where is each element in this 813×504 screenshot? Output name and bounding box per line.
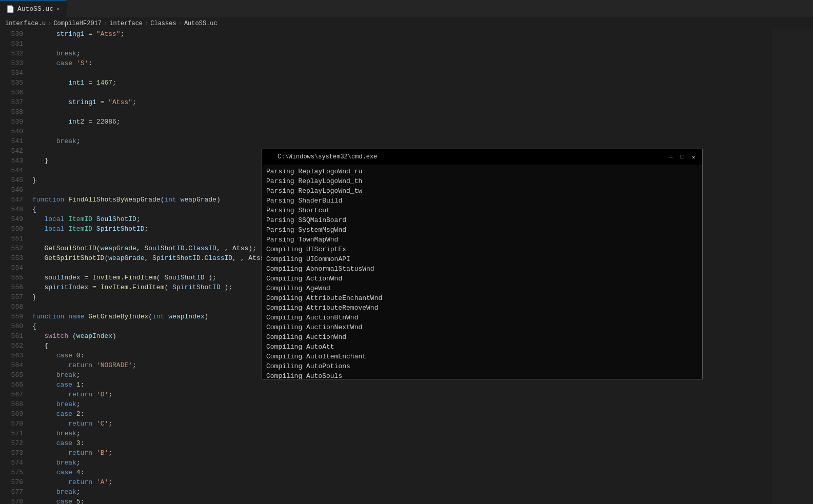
line-number: 551 [0, 234, 23, 244]
line-number: 532 [0, 49, 23, 58]
code-line [32, 107, 772, 117]
line-number: 546 [0, 185, 23, 195]
line-number: 561 [0, 331, 23, 341]
cmd-line: Parsing ReplayLogoWnd_tw [266, 186, 698, 196]
cmd-titlebar: 🖥 C:\Windows\system32\cmd.exe — □ ✕ [262, 149, 702, 165]
code-line: case 2: [32, 409, 772, 419]
line-number: 547 [0, 195, 23, 205]
line-number: 554 [0, 263, 23, 273]
code-line: break; [32, 458, 772, 468]
line-number: 530 [0, 29, 23, 39]
code-line: case 3: [32, 438, 772, 448]
breadcrumb: interface.u › CompileHF2017 › interface … [0, 18, 813, 29]
cmd-line: Parsing SSQMainBoard [266, 215, 698, 225]
breadcrumb-item-2[interactable]: interface [109, 20, 143, 27]
cmd-line: Compiling UICommonAPI [266, 254, 698, 264]
cmd-line: Parsing Shortcut [266, 206, 698, 215]
cmd-line: Compiling AttributeEnchantWnd [266, 293, 698, 303]
tab-file-icon: 📄 [6, 5, 14, 13]
line-number: 564 [0, 360, 23, 370]
line-number: 535 [0, 78, 23, 88]
cmd-line: Compiling AbnormalStatusWnd [266, 264, 698, 274]
cmd-line: Compiling AutoSouls [266, 371, 698, 379]
line-number: 531 [0, 39, 23, 49]
cmd-maximize-button[interactable]: □ [678, 152, 687, 162]
tab-autoss[interactable]: 📄 AutoSS.uc × [0, 0, 67, 18]
line-number: 568 [0, 399, 23, 409]
cmd-controls: — □ ✕ [666, 152, 698, 162]
cmd-body[interactable]: Parsing ReplayLogoWnd_ruParsing ReplayLo… [262, 165, 702, 379]
line-number: 571 [0, 429, 23, 438]
line-number: 550 [0, 224, 23, 234]
code-line: break; [32, 429, 772, 438]
line-number: 563 [0, 351, 23, 360]
line-number: 543 [0, 156, 23, 166]
tab-bar: 📄 AutoSS.uc × [0, 0, 813, 18]
code-line: break; [32, 136, 772, 146]
cmd-line: Compiling AgeWnd [266, 284, 698, 293]
line-number: 552 [0, 244, 23, 253]
line-number: 540 [0, 127, 23, 136]
code-line: string1 = "Atss"; [32, 97, 772, 107]
code-line: return 'C'; [32, 419, 772, 429]
code-line [32, 88, 772, 97]
line-number: 567 [0, 390, 23, 399]
cmd-line: Parsing ReplayLogoWnd_th [266, 176, 698, 186]
cmd-line: Parsing SystemMsgWnd [266, 225, 698, 235]
line-number: 545 [0, 175, 23, 185]
line-number: 542 [0, 146, 23, 156]
cmd-window: 🖥 C:\Windows\system32\cmd.exe — □ ✕ Pars… [262, 149, 703, 379]
cmd-line: Parsing ReplayLogoWnd_ru [266, 167, 698, 176]
cmd-line: Compiling AutoItemEnchant [266, 352, 698, 361]
code-line: int2 = 22086; [32, 117, 772, 127]
line-number: 541 [0, 136, 23, 146]
line-number: 574 [0, 458, 23, 468]
breadcrumb-item-0[interactable]: interface.u [5, 20, 46, 27]
line-number: 549 [0, 214, 23, 224]
line-number: 558 [0, 302, 23, 312]
code-line: case 4: [32, 468, 772, 477]
line-number: 569 [0, 409, 23, 419]
line-number: 575 [0, 468, 23, 477]
cmd-line: Compiling AutoAtt [266, 342, 698, 352]
code-line: int1 = 1467; [32, 78, 772, 88]
cmd-title: C:\Windows\system32\cmd.exe [277, 153, 662, 160]
line-number: 565 [0, 370, 23, 380]
breadcrumb-item-1[interactable]: CompileHF2017 [53, 20, 102, 27]
line-numbers: 5305315325335345355365375385395405415425… [0, 29, 28, 504]
code-line: break; [32, 49, 772, 58]
line-number: 533 [0, 58, 23, 68]
line-number: 566 [0, 380, 23, 390]
code-line: case 5: [32, 497, 772, 504]
cmd-line: Compiling AuctionWnd [266, 332, 698, 342]
cmd-line: Compiling ActionWnd [266, 274, 698, 284]
line-number: 562 [0, 341, 23, 351]
line-number: 557 [0, 292, 23, 302]
code-line: return 'B'; [32, 448, 772, 458]
line-number: 534 [0, 68, 23, 78]
code-line: return 'A'; [32, 477, 772, 487]
code-line: break; [32, 399, 772, 409]
cmd-close-button[interactable]: ✕ [689, 152, 698, 162]
code-line: return 'D'; [32, 390, 772, 399]
line-number: 548 [0, 205, 23, 214]
cmd-line: Compiling AutoPotions [266, 361, 698, 371]
line-number: 544 [0, 166, 23, 175]
line-number: 538 [0, 107, 23, 117]
line-number: 559 [0, 312, 23, 321]
line-number: 536 [0, 88, 23, 97]
line-number: 573 [0, 448, 23, 458]
line-number: 570 [0, 419, 23, 429]
code-line: case 1: [32, 380, 772, 390]
line-number: 572 [0, 438, 23, 448]
line-number: 555 [0, 273, 23, 283]
cmd-minimize-button[interactable]: — [666, 152, 676, 162]
cmd-icon: 🖥 [266, 153, 273, 161]
tab-close-button[interactable]: × [56, 6, 60, 12]
cmd-line: Compiling AuctionBtnWnd [266, 313, 698, 322]
minimap-content [772, 29, 813, 504]
breadcrumb-item-4[interactable]: AutoSS.uc [184, 20, 217, 27]
cmd-line: Parsing TownMapWnd [266, 235, 698, 245]
line-number: 537 [0, 97, 23, 107]
breadcrumb-item-3[interactable]: Classes [150, 20, 176, 27]
